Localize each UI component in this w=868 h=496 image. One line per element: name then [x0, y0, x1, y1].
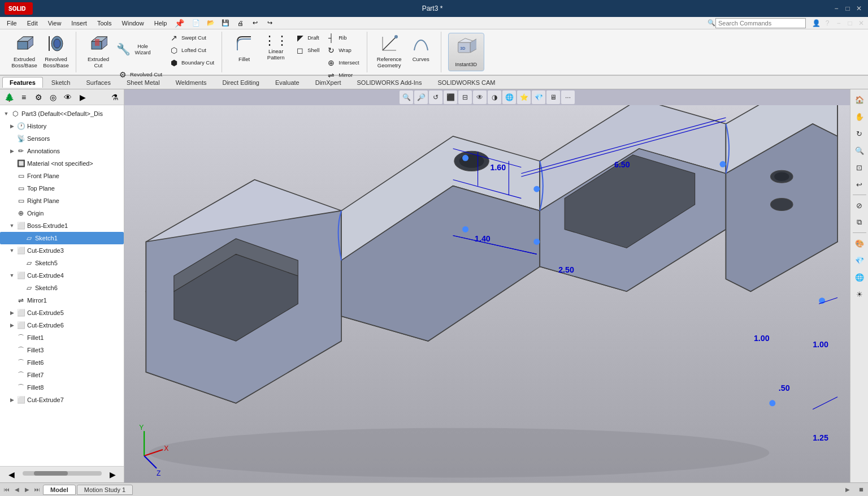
- tree-item-fillet1[interactable]: ⌒ Fillet1: [0, 331, 124, 344]
- tree-item-annotations[interactable]: ▶ ✏ Annotations: [0, 145, 124, 157]
- tab-evaluate[interactable]: Evaluate: [268, 77, 307, 88]
- expand-cut-extrude4[interactable]: ▼: [8, 271, 16, 279]
- tab-dimxpert[interactable]: DimXpert: [308, 77, 349, 88]
- tree-item-cut-extrude6[interactable]: ▶ ⬜ Cut-Extrude6: [0, 319, 124, 331]
- tree-item-history[interactable]: ▶ 🕐 History: [0, 120, 124, 132]
- rotate3d-button[interactable]: ↻: [852, 126, 867, 141]
- user-icon[interactable]: 👤: [811, 19, 821, 28]
- tree-item-top-plane[interactable]: ▭ Top Plane: [0, 182, 124, 195]
- tree-toggle[interactable]: ▼: [2, 110, 10, 118]
- vp-zoom-in-btn[interactable]: 🔎: [414, 90, 428, 104]
- win-min[interactable]: −: [834, 19, 843, 28]
- tab-sheet-metal[interactable]: Sheet Metal: [119, 77, 167, 88]
- vp-search-btn[interactable]: 🔍: [400, 90, 413, 104]
- tree-item-sketch1[interactable]: ▱ Sketch1: [0, 232, 124, 244]
- property-manager-icon[interactable]: ≡: [17, 90, 31, 104]
- nav-next[interactable]: ▶: [23, 485, 32, 494]
- tree-item-front-plane[interactable]: ▭ Front Plane: [0, 170, 124, 182]
- motion-stop-button[interactable]: ⏹: [857, 485, 866, 494]
- menu-help[interactable]: Help: [150, 19, 172, 28]
- tree-item-cut-extrude7[interactable]: ▶ ⬜ Cut-Extrude7: [0, 394, 124, 406]
- new-button[interactable]: 📄: [190, 17, 202, 29]
- tree-item-fillet3[interactable]: ⌒ Fillet3: [0, 344, 124, 356]
- vp-section-btn[interactable]: ⊟: [458, 90, 472, 104]
- tree-item-cut-extrude3[interactable]: ▼ ⬜ Cut-Extrude3: [0, 244, 124, 257]
- pan-button[interactable]: ✋: [852, 109, 867, 124]
- previous-view-button[interactable]: ↩: [852, 176, 867, 192]
- menu-window[interactable]: Window: [118, 19, 149, 28]
- vp-rotate-btn[interactable]: ↺: [429, 90, 442, 104]
- nav-first[interactable]: ⏮: [2, 485, 11, 494]
- save-button[interactable]: 💾: [219, 17, 232, 29]
- shell-button[interactable]: ◻ Shell: [292, 44, 322, 56]
- vp-monitor-btn[interactable]: 🖥: [546, 90, 560, 104]
- tab-motion-study[interactable]: Motion Study 1: [77, 485, 133, 495]
- extruded-cut-button[interactable]: Extruded Cut: [83, 32, 114, 70]
- tab-weldments[interactable]: Weldments: [168, 77, 214, 88]
- tree-root[interactable]: ▼ ⬡ Part3 (Default<<Default>_Dis: [0, 107, 124, 120]
- tree-item-cut-extrude4[interactable]: ▼ ⬜ Cut-Extrude4: [0, 269, 124, 282]
- nav-last[interactable]: ⏭: [33, 485, 42, 494]
- vp-more-btn[interactable]: ···: [561, 90, 575, 104]
- close-button[interactable]: ✕: [854, 4, 863, 13]
- revolved-boss-button[interactable]: Revolved Boss/Base: [41, 32, 71, 70]
- vp-display-btn[interactable]: ◑: [488, 90, 501, 104]
- feature-manager-icon[interactable]: 🌲: [2, 90, 16, 104]
- hole-wizard-button[interactable]: 🔧 Hole Wizard: [115, 32, 154, 68]
- boundary-cut-button[interactable]: ⬢ Boundary Cut: [166, 57, 217, 68]
- menu-file[interactable]: File: [2, 19, 21, 28]
- tree-item-sketch6[interactable]: ▱ Sketch6: [0, 282, 124, 294]
- menu-tools[interactable]: Tools: [93, 19, 116, 28]
- tab-sketch[interactable]: Sketch: [44, 77, 78, 88]
- tab-direct-editing[interactable]: Direct Editing: [215, 77, 266, 88]
- tab-surfaces[interactable]: Surfaces: [79, 77, 118, 88]
- reference-geometry-button[interactable]: Reference Geometry: [374, 32, 405, 70]
- tree-item-sketch5[interactable]: ▱ Sketch5: [0, 257, 124, 269]
- vp-scene-btn[interactable]: 🌐: [502, 90, 516, 104]
- view-orientation-button[interactable]: ⧉: [852, 214, 867, 230]
- display-manager-icon[interactable]: 👁: [61, 90, 75, 104]
- linear-pattern-button[interactable]: ⋮⋮ Linear Pattern: [261, 32, 291, 70]
- home-view-button[interactable]: 🏠: [852, 92, 867, 107]
- win-close[interactable]: ✕: [857, 19, 866, 28]
- undo-button[interactable]: ↩: [249, 17, 261, 29]
- tab-model[interactable]: Model: [43, 485, 76, 495]
- rib-button[interactable]: ┤ Rib: [323, 32, 362, 44]
- tree-item-mirror1[interactable]: ⇌ Mirror1: [0, 294, 124, 307]
- viewport[interactable]: 🔍 🔎 ↺ ⬛ ⊟ 👁 ◑ 🌐 ⭐ 💎 🖥 ···: [124, 89, 850, 482]
- pin-icon[interactable]: 📌: [175, 19, 184, 28]
- expand-cut-extrude6[interactable]: ▶: [8, 321, 16, 329]
- section-view-button[interactable]: ⊘: [852, 197, 867, 213]
- win-max[interactable]: □: [845, 19, 854, 28]
- config-manager-icon[interactable]: ⚙: [32, 90, 45, 104]
- instant3d-button[interactable]: 3D Instant3D: [448, 33, 484, 71]
- vp-view-btn[interactable]: 👁: [473, 90, 487, 104]
- curves-button[interactable]: Curves: [406, 32, 436, 70]
- scroll-left-icon[interactable]: ◀: [5, 468, 18, 481]
- more-options-icon[interactable]: ▶: [76, 90, 89, 104]
- restore-button[interactable]: □: [843, 4, 852, 13]
- fillet-button[interactable]: Fillet: [229, 32, 259, 70]
- vp-3dbox-btn[interactable]: ⬛: [444, 90, 457, 104]
- expand-annotations[interactable]: ▶: [8, 147, 16, 155]
- wrap-button[interactable]: ↻ Wrap: [323, 44, 362, 56]
- hdri-button[interactable]: 🌐: [852, 269, 867, 285]
- extruded-boss-button[interactable]: Extruded Boss/Base: [9, 32, 40, 70]
- tree-item-origin[interactable]: ⊕ Origin: [0, 207, 124, 219]
- draft-button[interactable]: ◤ Draft: [292, 32, 322, 44]
- zoom-area-button[interactable]: 🔍: [852, 143, 867, 158]
- zoom-fit-button[interactable]: ⊡: [852, 159, 867, 175]
- expand-cut-extrude7[interactable]: ▶: [8, 396, 16, 404]
- tab-solidworks-addins[interactable]: SOLIDWORKS Add-Ins: [350, 77, 429, 88]
- help-icon[interactable]: ?: [823, 19, 832, 28]
- appearance-button[interactable]: 🎨: [852, 235, 867, 251]
- tree-item-material[interactable]: 🔲 Material <not specified>: [0, 157, 124, 170]
- menu-insert[interactable]: Insert: [67, 19, 92, 28]
- tree-item-boss-extrude1[interactable]: ▼ ⬜ Boss-Extrude1: [0, 219, 124, 232]
- dim-xpert-icon[interactable]: ◎: [46, 90, 60, 104]
- sw-logo[interactable]: SOLID SOLID: [5, 2, 33, 15]
- print-button[interactable]: 🖨: [234, 17, 246, 29]
- scene-button[interactable]: ☀: [852, 286, 867, 302]
- minimize-button[interactable]: −: [832, 4, 841, 13]
- menu-view[interactable]: View: [44, 19, 66, 28]
